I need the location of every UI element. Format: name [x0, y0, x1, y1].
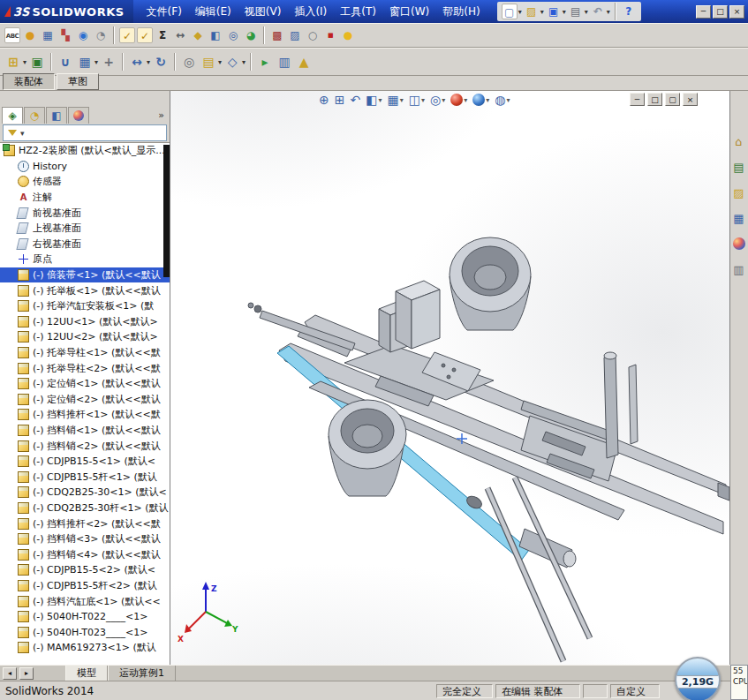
tree-item[interactable]: (-) CDJPB15-5杆<1> (默认 — [0, 469, 170, 485]
performance-globe[interactable]: 2,19G — [675, 657, 721, 700]
design-check-button[interactable]: ✓ — [119, 27, 135, 43]
move-component-button[interactable]: ↔▾ — [128, 53, 150, 71]
view-settings-button[interactable]: ◍▾ — [495, 93, 510, 107]
doc-restore-button[interactable]: □ — [647, 93, 662, 106]
edit-component-button[interactable]: ▣ — [28, 53, 46, 71]
tree-item[interactable]: (-) 挡料销<3> (默认<<默认 — [0, 531, 170, 547]
hide-show-items-button[interactable]: ◎▾ — [430, 93, 445, 107]
tree-item[interactable]: (-) 托举导柱<2> (默认<<默 — [0, 360, 170, 376]
spell-check-button[interactable]: ABC — [4, 27, 20, 43]
assembly-model[interactable]: Z X Y — [170, 91, 729, 665]
panel-tab-configurationmanager[interactable]: ◧ — [46, 107, 67, 124]
suspend-rebuild-button[interactable]: ● — [340, 27, 356, 43]
tree-item[interactable]: (-) CDQ2B25-30<1> (默认< — [0, 485, 170, 501]
appearances-scenes-button[interactable] — [731, 236, 747, 252]
arrange-grid-button[interactable]: ▦ — [40, 27, 56, 43]
doc-close-button[interactable]: × — [683, 93, 698, 106]
doc-minimize-button[interactable]: ─ — [630, 93, 645, 106]
study-tab-motion-study-1[interactable]: 运动算例1 — [108, 666, 176, 681]
tree-item[interactable]: (-) CDQ2B25-30杆<1> (默认 — [0, 501, 170, 516]
minimize-button[interactable]: ─ — [696, 5, 711, 19]
study-nav-left-button[interactable]: ◂ — [3, 667, 17, 680]
tree-item[interactable]: (-) MAM619273<1> (默认 — [0, 640, 170, 656]
mold-cup-lower[interactable] — [329, 400, 406, 496]
menu-insert[interactable]: 插入(I) — [288, 3, 333, 21]
panel-tab-propertymanager[interactable]: ◔ — [24, 107, 45, 124]
browser-button[interactable]: ◉ — [75, 27, 91, 43]
rotate-component-button[interactable]: ↻ — [152, 53, 170, 71]
tree-item[interactable]: (-) 挡料汽缸底<1> (默认<< — [0, 593, 170, 609]
zoom-fit-button[interactable]: ⊕ — [319, 93, 329, 107]
smart-fasteners-button[interactable]: + — [100, 53, 117, 71]
sensors-button[interactable]: ◎ — [225, 27, 241, 43]
solidworks-resources-button[interactable]: ⌂ — [731, 133, 747, 149]
tree-item[interactable]: 前视基准面 — [0, 205, 170, 221]
tree-item[interactable]: (-) 5040H-T022____<1> — [0, 609, 170, 625]
tree-item[interactable]: (-) 倍装带<1> (默认<<默认 — [0, 267, 170, 283]
undo-button[interactable]: ↶▾ — [590, 4, 610, 19]
equations-button[interactable]: Σ — [155, 27, 170, 43]
tree-item[interactable]: (-) 挡料销<1> (默认<<默认 — [0, 423, 170, 439]
open-document-button[interactable]: ▨▾ — [524, 4, 544, 19]
guide-rods[interactable] — [487, 478, 590, 661]
tree-item[interactable]: (-) 5040H-T023____<1> — [0, 624, 170, 640]
tree-item[interactable]: (-) 定位销<1> (默认<<默认 — [0, 376, 170, 392]
swatches-button[interactable]: ▚ — [57, 27, 73, 43]
settings-button[interactable]: ◔ — [93, 27, 109, 43]
commandmanager-tab-sketch[interactable]: 草图 — [57, 73, 99, 90]
panel-tabs-overflow[interactable]: » — [155, 109, 168, 121]
measure-button[interactable]: ↔ — [172, 27, 188, 43]
tree-item[interactable]: History — [0, 159, 170, 175]
tree-item[interactable]: (-) 定位销<2> (默认<<默认 — [0, 392, 170, 408]
menu-edit[interactable]: 编辑(E) — [189, 3, 238, 21]
record-macro-button[interactable]: ■ — [322, 27, 338, 43]
tree-item[interactable]: 右视基准面 — [0, 237, 170, 252]
study-tab-model[interactable]: 模型 — [65, 666, 108, 681]
tree-root[interactable]: HZ2-2装胶圈 (默认<默认_显示... — [0, 143, 170, 159]
tree-item[interactable]: (-) 挡料销<4> (默认<<默认 — [0, 546, 170, 562]
tree-item[interactable]: (-) 挡料销<2> (默认<<默认 — [0, 438, 170, 454]
tree-item[interactable]: (-) CDJPB15-5<1> (默认< — [0, 454, 170, 470]
tree-item[interactable]: (-) 12UU<2> (默认<默认> — [0, 329, 170, 345]
new-document-button[interactable]: ▢▾ — [502, 4, 522, 19]
graphics-area[interactable]: Z X Y ⊕⊞↶◧▾▦▾◫▾◎▾▾▾◍▾ ─□▢× — [170, 91, 729, 665]
show-hidden-components-button[interactable]: ◎ — [180, 53, 198, 71]
display-style-button[interactable]: ◫▾ — [409, 93, 425, 107]
mate-button[interactable]: ∪ — [57, 53, 74, 71]
exploded-view-button[interactable]: ▲ — [295, 53, 313, 71]
tree-item[interactable]: (-) CDJPB15-5杆<2> (默认 — [0, 578, 170, 594]
linear-component-pattern-button[interactable]: ▦▾ — [76, 53, 98, 71]
mass-properties-button[interactable]: ◆ — [190, 27, 206, 43]
hyperlink-button[interactable]: ● — [22, 27, 38, 43]
section-properties-button[interactable]: ◧ — [208, 27, 223, 43]
tree-item[interactable]: A注解 — [0, 190, 170, 206]
bill-of-materials-button[interactable]: ▥ — [276, 53, 293, 71]
file-explorer-button[interactable]: ▨ — [731, 184, 747, 200]
menu-tools[interactable]: 工具(T) — [334, 3, 382, 21]
apply-scene-button[interactable]: ▾ — [472, 94, 489, 106]
tree-item[interactable]: (-) 挡料推杆<1> (默认<<默 — [0, 407, 170, 423]
help-button[interactable]: ? — [621, 4, 637, 19]
tree-item[interactable]: (-) 托举导柱<1> (默认<<默 — [0, 345, 170, 361]
assembly-features-button[interactable]: ▤▾ — [200, 53, 222, 71]
check-document-button[interactable]: ✓ — [137, 27, 153, 43]
hole-alignment-button[interactable]: ○ — [305, 27, 321, 43]
tree-item[interactable]: (-) CDJPB15-5<2> (默认< — [0, 562, 170, 578]
clearance-verification-button[interactable]: ▨ — [287, 27, 303, 43]
commandmanager-tab-assembly[interactable]: 装配体 — [3, 73, 55, 90]
doc-maximize-button[interactable]: ▢ — [665, 93, 680, 106]
edit-appearance-button[interactable]: ◕ — [243, 27, 259, 43]
tree-item[interactable]: (-) 托举板<1> (默认<<默认 — [0, 282, 170, 298]
interference-detection-button[interactable]: ▩ — [269, 27, 285, 43]
tree-scrollbar[interactable] — [163, 145, 170, 277]
new-motion-study-button[interactable]: ▸ — [256, 53, 274, 71]
menu-file[interactable]: 文件(F) — [140, 3, 188, 21]
study-nav-right-button[interactable]: ▸ — [19, 667, 34, 680]
zoom-area-button[interactable]: ⊞ — [335, 93, 345, 107]
tree-item[interactable]: 传感器 — [0, 174, 170, 190]
reference-geometry-button[interactable]: ◇▾ — [223, 53, 246, 71]
insert-components-button[interactable]: ⊞▾ — [4, 53, 26, 71]
menu-view[interactable]: 视图(V) — [238, 3, 288, 21]
panel-tab-featuremanager[interactable]: ◈ — [2, 107, 23, 124]
view-orientation-button[interactable]: ▦▾ — [387, 93, 403, 107]
